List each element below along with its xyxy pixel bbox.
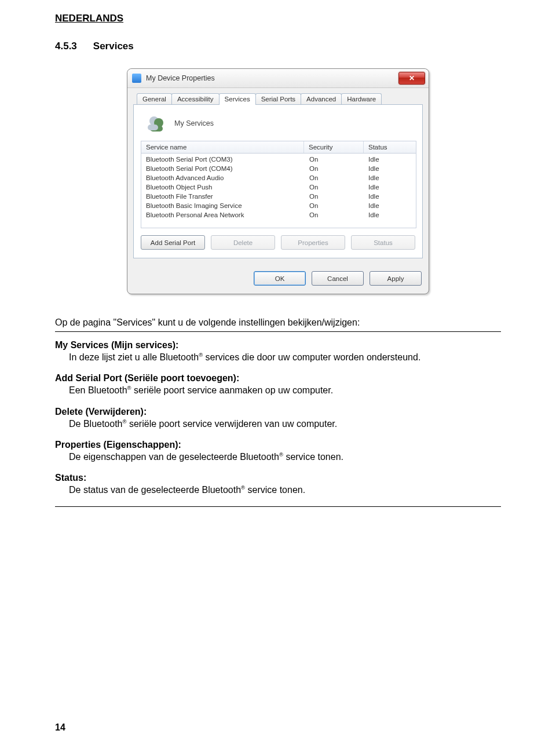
definition-block: My Services (Mijn services):In deze lijs…: [55, 340, 501, 363]
definition-term: Properties (Eigenschappen):: [55, 440, 501, 450]
table-row[interactable]: Bluetooth Serial Port (COM3)OnIdle: [141, 155, 416, 164]
tab-general[interactable]: General: [137, 93, 172, 105]
cell-name: Bluetooth Serial Port (COM4): [141, 165, 305, 173]
cell-security: On: [305, 174, 364, 182]
cell-status: Idle: [364, 165, 416, 173]
tab-services[interactable]: Services: [219, 93, 256, 105]
cell-status: Idle: [364, 183, 416, 191]
dialog-titlebar: My Device Properties ✕: [127, 69, 429, 88]
section-number: 4.5.3: [55, 41, 77, 52]
cell-name: Bluetooth Object Push: [141, 183, 305, 191]
tab-accessibility[interactable]: Accessibility: [171, 93, 220, 105]
cell-security: On: [305, 211, 364, 219]
language-heading: NEDERLANDS: [55, 13, 501, 24]
status-button[interactable]: Status: [351, 235, 415, 250]
tab-panel-services: My Services Service name Security Status…: [133, 104, 423, 258]
intro-text: Op de pagina "Services" kunt u de volgen…: [55, 317, 501, 328]
tab-serial-ports[interactable]: Serial Ports: [255, 93, 301, 105]
svg-rect-3: [148, 125, 158, 130]
properties-button[interactable]: Properties: [281, 235, 345, 250]
col-status[interactable]: Status: [364, 141, 416, 153]
definition-description: De eigenschappen van de geselecteerde Bl…: [69, 451, 501, 462]
col-service-name[interactable]: Service name: [141, 141, 304, 153]
dialog-title: My Device Properties: [146, 74, 215, 82]
cell-name: Bluetooth Advanced Audio: [141, 174, 305, 182]
add-serial-port-button[interactable]: Add Serial Port: [141, 235, 205, 250]
ok-button[interactable]: OK: [254, 271, 306, 286]
close-icon: ✕: [409, 74, 415, 82]
cell-security: On: [305, 192, 364, 200]
tab-advanced[interactable]: Advanced: [301, 93, 342, 105]
section-title: Services: [93, 41, 134, 52]
services-heading: My Services: [174, 119, 214, 127]
cancel-button[interactable]: Cancel: [312, 271, 364, 286]
cell-status: Idle: [364, 174, 416, 182]
registered-mark: ®: [279, 451, 283, 458]
registered-mark: ®: [123, 418, 127, 425]
registered-mark: ®: [199, 352, 203, 358]
definition-term: Add Serial Port (Seriële poort toevoegen…: [55, 373, 501, 384]
definition-term: Status:: [55, 473, 501, 483]
table-row[interactable]: Bluetooth File TransferOnIdle: [141, 192, 416, 201]
definition-block: Add Serial Port (Seriële poort toevoegen…: [55, 373, 501, 396]
cell-security: On: [305, 165, 364, 173]
cell-security: On: [305, 202, 364, 210]
services-icon: [145, 113, 166, 134]
definition-description: De status van de geselecteerde Bluetooth…: [69, 484, 501, 495]
cell-status: Idle: [364, 192, 416, 200]
services-table: Service name Security Status Bluetooth S…: [141, 141, 416, 228]
table-row[interactable]: Bluetooth Advanced AudioOnIdle: [141, 173, 416, 182]
definition-description: Een Bluetooth® seriële poort service aan…: [69, 385, 501, 396]
apply-button[interactable]: Apply: [370, 271, 422, 286]
cell-status: Idle: [364, 155, 416, 163]
close-button[interactable]: ✕: [398, 72, 425, 85]
separator: [55, 331, 501, 332]
cell-name: Bluetooth File Transfer: [141, 192, 305, 200]
definition-block: Properties (Eigenschappen):De eigenschap…: [55, 440, 501, 462]
table-row[interactable]: Bluetooth Basic Imaging ServiceOnIdle: [141, 201, 416, 210]
table-row[interactable]: Bluetooth Serial Port (COM4)OnIdle: [141, 164, 416, 173]
cell-name: Bluetooth Serial Port (COM3): [141, 155, 305, 163]
definition-term: Delete (Verwijderen):: [55, 407, 501, 417]
page-number: 14: [55, 722, 65, 733]
cell-security: On: [305, 155, 364, 163]
registered-mark: ®: [241, 484, 245, 491]
cell-status: Idle: [364, 211, 416, 219]
cell-status: Idle: [364, 202, 416, 210]
registered-mark: ®: [127, 385, 131, 391]
tab-row: General Accessibility Services Serial Po…: [137, 93, 423, 104]
definition-block: Status:De status van de geselecteerde Bl…: [55, 473, 501, 495]
table-header: Service name Security Status: [141, 141, 416, 154]
cell-name: Bluetooth Basic Imaging Service: [141, 202, 305, 210]
definition-term: My Services (Mijn services):: [55, 340, 501, 350]
tab-hardware[interactable]: Hardware: [341, 93, 382, 105]
definition-block: Delete (Verwijderen):De Bluetooth® serië…: [55, 407, 501, 429]
definition-description: De Bluetooth® seriële poort service verw…: [69, 418, 501, 429]
app-icon: [132, 74, 141, 83]
table-row[interactable]: Bluetooth Object PushOnIdle: [141, 182, 416, 192]
col-security[interactable]: Security: [304, 141, 364, 153]
properties-dialog: My Device Properties ✕ General Accessibi…: [127, 68, 429, 294]
table-row[interactable]: Bluetooth Personal Area NetworkOnIdle: [141, 210, 416, 220]
cell-name: Bluetooth Personal Area Network: [141, 211, 305, 219]
definition-description: In deze lijst ziet u alle Bluetooth® ser…: [69, 352, 501, 363]
separator-bottom: [55, 506, 501, 507]
delete-button[interactable]: Delete: [211, 235, 275, 250]
cell-security: On: [305, 183, 364, 191]
section-heading: 4.5.3Services: [55, 41, 501, 52]
